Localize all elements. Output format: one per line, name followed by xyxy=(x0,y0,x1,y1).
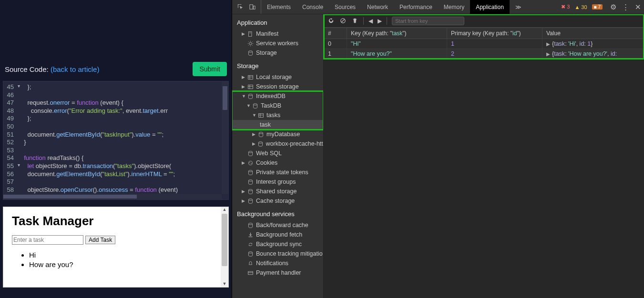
devtools-status-badges[interactable]: ✖ 3 ▲ 30 ■ 7 xyxy=(556,4,607,10)
th-value[interactable]: Value xyxy=(542,28,644,39)
sidebar-item-local-storage[interactable]: ▶Local storage xyxy=(232,72,323,82)
list-item: Hi xyxy=(29,250,220,260)
sidebar-item-tasks-store[interactable]: ▼ tasks xyxy=(232,110,323,120)
caret-right-icon[interactable]: ▶ xyxy=(242,84,246,89)
preview-vscrollbar[interactable]: ▲ ▼ xyxy=(221,207,228,287)
application-group: ▶ManifestService workersStorage xyxy=(232,29,323,58)
start-from-key-input[interactable] xyxy=(392,17,464,25)
tab-console[interactable]: Console xyxy=(296,0,329,14)
errors-badge[interactable]: ✖ 3 xyxy=(561,4,570,10)
sidebar-item-service-workers[interactable]: Service workers xyxy=(232,39,323,48)
issues-badge[interactable]: ■ 7 xyxy=(592,4,603,10)
editor-vscroll-thumb[interactable] xyxy=(223,86,227,110)
fold-caret-icon[interactable]: ▾ xyxy=(18,162,20,168)
submit-button[interactable]: Submit xyxy=(193,62,227,76)
sidebar-item-label: Cache storage xyxy=(256,198,295,204)
sidebar-item-background-fetch[interactable]: Background fetch xyxy=(232,230,323,239)
sidebar-item-label: Notifications xyxy=(256,260,288,267)
sidebar-item-workbox-precache-http[interactable]: ▶workbox-precache-http xyxy=(232,139,323,149)
page-next-icon[interactable]: ▶ xyxy=(378,18,382,24)
caret-right-icon[interactable]: ▶ xyxy=(242,31,246,36)
sidebar-item-manifest[interactable]: ▶Manifest xyxy=(232,29,323,39)
tab-elements[interactable]: Elements xyxy=(261,0,296,14)
caret-right-icon[interactable]: ▶ xyxy=(242,75,246,79)
editor-hscroll-thumb[interactable] xyxy=(3,195,137,199)
add-task-button[interactable]: Add Task xyxy=(85,236,115,244)
refresh-icon[interactable] xyxy=(327,17,335,24)
tab-memory[interactable]: Memory xyxy=(438,0,470,14)
code-editor[interactable]: 454647484950515253545556575859 }; reques… xyxy=(3,81,229,200)
sidebar-item-back-forward-cache[interactable]: Back/forward cache xyxy=(232,220,323,230)
table-row[interactable]: 1"How are you?"2▶{task: 'How are you?', … xyxy=(324,49,644,59)
th-index[interactable]: # xyxy=(324,28,347,39)
bell-icon xyxy=(246,260,254,267)
caret-right-icon[interactable]: ▶ xyxy=(242,189,246,194)
doc-icon xyxy=(246,31,254,37)
sidebar-item-label: workbox-precache-http xyxy=(266,140,323,147)
block-icon[interactable] xyxy=(339,17,347,24)
sidebar-item-shared-storage[interactable]: ▶Shared storage xyxy=(232,187,323,196)
gear-icon[interactable]: ⚙ xyxy=(607,3,619,11)
sidebar-item-notifications[interactable]: Notifications xyxy=(232,258,323,268)
caret-right-icon[interactable]: ▶ xyxy=(252,132,257,137)
svg-rect-29 xyxy=(248,271,253,275)
sidebar-item-label: Private state tokens xyxy=(256,169,308,176)
sidebar-item-background-sync[interactable]: Background sync xyxy=(232,239,323,249)
sidebar-item-label: Shared storage xyxy=(256,188,296,195)
table-row[interactable]: 0"Hi"1▶{task: 'Hi', id: 1} xyxy=(324,39,644,49)
tab-network[interactable]: Network xyxy=(361,0,394,14)
gear-icon xyxy=(246,40,254,47)
caret-down-icon[interactable]: ▼ xyxy=(252,113,257,118)
tab-application[interactable]: Application xyxy=(470,0,510,14)
th-key[interactable]: Key (Key path: "task") xyxy=(347,28,447,39)
sidebar-item-cookies[interactable]: ▶Cookies xyxy=(232,158,323,168)
sidebar-item-private-state-tokens[interactable]: Private state tokens xyxy=(232,168,323,177)
tab-sources[interactable]: Sources xyxy=(329,0,361,14)
editor-vscrollbar[interactable] xyxy=(222,81,228,194)
sidebar-item-web-sql[interactable]: Web SQL xyxy=(232,149,323,158)
sidebar-item-label: task xyxy=(260,121,271,128)
caret-right-icon[interactable]: ▶ xyxy=(242,199,246,203)
sidebar-item-interest-groups[interactable]: Interest groups xyxy=(232,177,323,187)
preview-vscroll-thumb[interactable] xyxy=(222,214,227,266)
caret-right-icon[interactable]: ▶ xyxy=(252,141,256,146)
highlighted-indexeddb-block: ▼ IndexedDB ▼ TaskDB ▼ tasks task xyxy=(232,91,323,129)
sidebar-item-task-index[interactable]: task xyxy=(232,120,323,129)
sidebar-item-session-storage[interactable]: ▶Session storage xyxy=(232,82,323,91)
task-input[interactable] xyxy=(12,235,83,245)
tab-performance[interactable]: Performance xyxy=(394,0,438,14)
sidebar-item-bounce-tracking-mitigatio[interactable]: Bounce tracking mitigatio xyxy=(232,249,323,258)
inspect-icon[interactable] xyxy=(237,3,244,10)
sidebar-item-mydatabase[interactable]: ▶myDatabase xyxy=(232,129,323,139)
scroll-down-icon[interactable]: ▼ xyxy=(222,281,227,287)
close-icon[interactable]: ✕ xyxy=(632,3,644,11)
warnings-badge[interactable]: ▲ 30 xyxy=(574,4,587,10)
sidebar-item-indexeddb[interactable]: ▼ IndexedDB xyxy=(232,91,323,101)
caret-down-icon[interactable]: ▼ xyxy=(242,94,246,99)
caret-down-icon[interactable]: ▼ xyxy=(246,103,251,108)
svg-point-13 xyxy=(253,103,257,105)
trash-icon[interactable] xyxy=(351,17,358,24)
sidebar-item-storage[interactable]: Storage xyxy=(232,48,323,58)
device-icon[interactable] xyxy=(249,3,256,10)
article-left-pane: Source Code: (back to article) Submit 45… xyxy=(0,0,232,298)
fold-caret-icon[interactable]: ▾ xyxy=(18,83,20,89)
kebab-menu-icon[interactable]: ⋮ xyxy=(619,3,632,11)
svg-point-12 xyxy=(248,94,252,95)
idb-data-table[interactable]: # Key (Key path: "task") Primary key (Ke… xyxy=(324,28,644,59)
sidebar-item-taskdb[interactable]: ▼ TaskDB xyxy=(232,101,323,110)
sidebar-item-payment-handler[interactable]: Payment handler xyxy=(232,268,323,278)
caret-right-icon[interactable]: ▶ xyxy=(242,160,246,165)
back-to-article-link[interactable]: (back to article) xyxy=(51,65,100,73)
tabs-overflow-icon[interactable]: ≫ xyxy=(510,0,527,14)
editor-code[interactable]: }; request.onerror = function (event) { … xyxy=(17,81,228,199)
th-primary-key[interactable]: Primary key (Key path: "id") xyxy=(447,28,542,39)
sidebar-item-cache-storage[interactable]: ▶Cache storage xyxy=(232,196,323,206)
page-prev-icon[interactable]: ◀ xyxy=(368,18,373,24)
editor-hscrollbar[interactable] xyxy=(3,194,222,199)
svg-point-27 xyxy=(248,223,252,224)
sidebar-item-label: TaskDB xyxy=(261,102,281,109)
svg-point-19 xyxy=(248,151,252,152)
scroll-up-icon[interactable]: ▲ xyxy=(222,207,227,213)
svg-point-22 xyxy=(251,163,252,164)
